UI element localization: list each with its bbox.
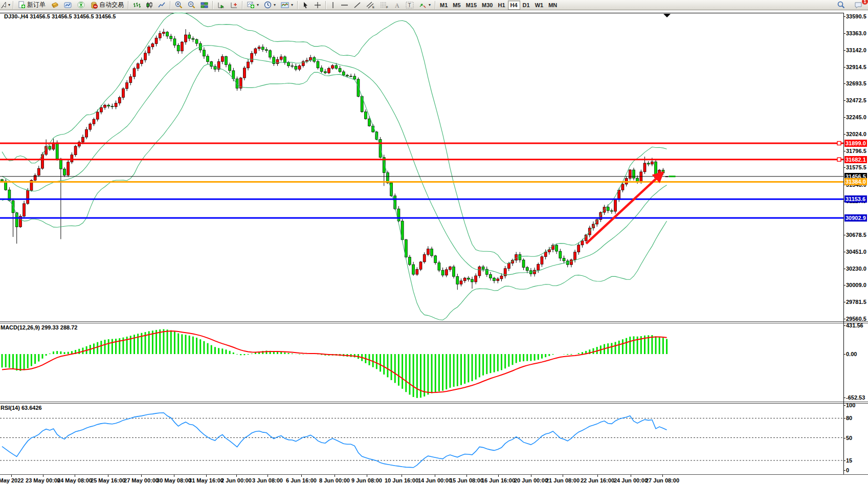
price-tick-label: 33363.0 [846,30,866,36]
price-tick-label: 32245.0 [846,114,866,120]
line-chart-button[interactable] [155,1,168,10]
trendline-icon [353,2,361,9]
timeframe-h1-button[interactable]: H1 [495,1,507,10]
rsi-canvas[interactable] [0,404,844,474]
rsi-tick-mark [843,460,845,461]
date-axis[interactable]: May 202223 May 00:0024 May 08:0025 May 1… [0,475,844,484]
main-chart-canvas[interactable] [0,10,844,321]
gold-chart-button[interactable] [48,1,61,10]
price-tick-label: 29781.5 [846,299,866,305]
signals-button[interactable] [75,1,87,10]
date-tick-label: 27 May 00:00 [124,477,159,483]
zoom-out-button[interactable] [185,1,198,10]
chart-window-button[interactable] [61,1,75,10]
rsi-tick-mark [843,470,845,471]
date-tick-mark [466,475,467,477]
date-tick-label: 15 Jun 08:00 [450,477,483,483]
chevron-down-icon: ▾ [291,3,293,7]
search-icon [837,1,845,9]
timeframe-h4-button[interactable]: H4 [508,1,520,10]
horizontal-line-icon [341,2,348,9]
timeframe-m5-button[interactable]: M5 [450,1,463,10]
templates-button[interactable]: ▾ [278,1,296,10]
price-line-label: 31682.1 [844,156,867,163]
zoom-in-button[interactable] [172,1,185,10]
candlestick-chart-icon [146,2,153,9]
price-axis[interactable]: 33590.533363.033142.032914.532693.532472… [844,10,868,474]
date-tick-label: 25 May 16:00 [91,477,125,483]
price-line-label: 31384.0 [844,178,867,185]
cut-off-toolbar-icon: ▾ [0,1,11,10]
search-button[interactable] [835,1,848,10]
text-label-icon: T [406,2,414,9]
price-tick-label: 29560.5 [846,316,866,322]
tile-windows-icon [201,2,208,9]
channel-tool-button[interactable]: E [364,1,377,10]
macd-tick-label: 0.00 [846,351,857,357]
autotrade-button[interactable]: 自动交易 [87,1,126,10]
fibonacci-tool-button[interactable]: F [377,1,391,10]
price-tick-mark [843,302,845,302]
date-tick-mark [335,475,335,477]
label-tool-button[interactable]: T [403,1,416,10]
rsi-tick-label: 15 [846,457,852,464]
date-tick-mark [301,475,302,477]
timeframe-mn-button[interactable]: MN [546,1,560,10]
timeframe-m30-button[interactable]: M30 [479,1,495,10]
bar-chart-button[interactable] [130,1,143,10]
chart-shift-button[interactable] [228,1,240,10]
crosshair-tool-button[interactable] [311,1,324,10]
price-tick-label: 33142.0 [846,47,866,53]
date-tick-label: 31 May 16:00 [189,477,224,483]
macd-tick-label: 431.56 [846,322,863,328]
periods-clock-icon [264,1,272,9]
horizontal-line-tool-button[interactable] [338,1,351,10]
fibonacci-icon: F [380,1,389,9]
price-tick-mark [843,83,845,84]
text-tool-button[interactable]: A [391,1,403,10]
price-tick-label: 30678.5 [846,232,866,238]
macd-canvas[interactable] [0,323,844,402]
price-tick-label: 30451.0 [846,249,866,255]
tile-windows-button[interactable] [198,1,211,10]
svg-text:T: T [408,3,411,8]
vertical-line-tool-button[interactable] [328,1,338,10]
date-tick-mark [75,475,75,477]
rsi-tick-label: 0 [846,467,849,473]
candlestick-chart-button[interactable] [143,1,155,10]
svg-text:F: F [386,6,388,9]
price-tick-mark [843,134,845,135]
line-chart-icon [158,2,166,9]
cursor-tool-button[interactable] [300,1,311,10]
date-tick-mark [268,475,268,477]
price-tick-label: 31575.5 [846,164,866,170]
timeframe-d1-button[interactable]: D1 [520,1,532,10]
toolbar-separator [170,1,171,9]
rsi-tick-mark [843,418,845,419]
date-tick-mark [108,475,108,477]
trendline-tool-button[interactable] [351,1,364,10]
arrows-tool-button[interactable]: ▾ [416,1,433,10]
svg-text:A: A [395,2,399,9]
text-icon: A [394,2,400,9]
date-tick-mark [43,475,43,477]
timeframe-m15-button[interactable]: M15 [463,1,479,10]
autoscroll-icon [217,2,225,9]
periods-button[interactable]: ▾ [261,1,278,10]
date-tick-label: 20 Jun 00:00 [514,477,548,483]
notifications-button[interactable]: 1 [852,1,865,10]
zoom-out-icon [188,1,195,9]
indicators-button[interactable]: ▾ [244,1,261,10]
new-order-button[interactable]: 新订单 [15,1,48,10]
vertical-line-icon [330,2,336,9]
autoscroll-button[interactable] [215,1,228,10]
timeframe-w1-button[interactable]: W1 [532,1,546,10]
date-tick-label: 10 Jun 16:00 [385,477,418,483]
price-tick-label: 33590.5 [846,13,866,19]
autotrade-label: 自动交易 [99,1,124,9]
macd-tick-label: -652.53 [846,394,865,401]
timeframe-m1-button[interactable]: M1 [437,1,450,10]
toolbar-separator [212,1,213,9]
chevron-down-icon: ▾ [257,3,259,7]
date-tick-label: 27 Jun 08:00 [646,477,679,483]
